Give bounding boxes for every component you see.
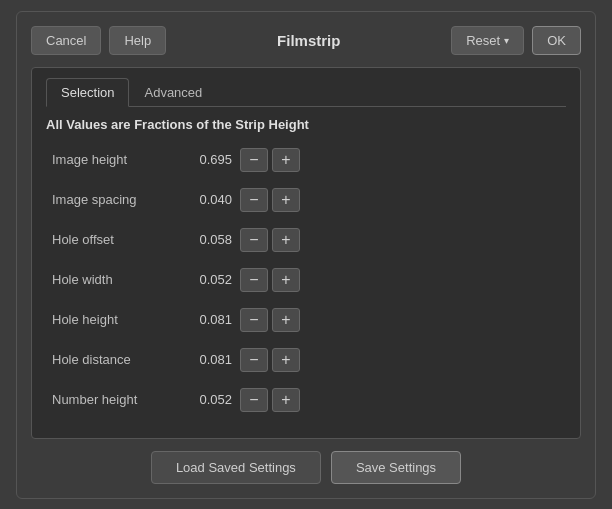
image-height-decrement[interactable]: − bbox=[240, 148, 268, 172]
field-row-hole-distance: Hole distance 0.081 − + bbox=[46, 344, 566, 376]
load-settings-button[interactable]: Load Saved Settings bbox=[151, 451, 321, 484]
panel-subtitle: All Values are Fractions of the Strip He… bbox=[46, 117, 566, 132]
image-height-value: 0.695 bbox=[172, 152, 232, 167]
image-spacing-decrement[interactable]: − bbox=[240, 188, 268, 212]
hole-distance-label: Hole distance bbox=[52, 352, 172, 367]
hole-height-increment[interactable]: + bbox=[272, 308, 300, 332]
number-height-stepper: − + bbox=[240, 388, 300, 412]
toolbar-left: Cancel Help bbox=[31, 26, 166, 55]
hole-distance-increment[interactable]: + bbox=[272, 348, 300, 372]
hole-offset-decrement[interactable]: − bbox=[240, 228, 268, 252]
filmstrip-dialog: Cancel Help Filmstrip Reset ▾ OK Selecti… bbox=[16, 11, 596, 499]
hole-offset-stepper: − + bbox=[240, 228, 300, 252]
hole-width-increment[interactable]: + bbox=[272, 268, 300, 292]
hole-height-label: Hole height bbox=[52, 312, 172, 327]
settings-panel: Selection Advanced All Values are Fracti… bbox=[31, 67, 581, 439]
tab-selection[interactable]: Selection bbox=[46, 78, 129, 107]
tab-bar: Selection Advanced bbox=[46, 78, 566, 107]
image-spacing-value: 0.040 bbox=[172, 192, 232, 207]
field-row-number-height: Number height 0.052 − + bbox=[46, 384, 566, 416]
toolbar-right: Reset ▾ OK bbox=[451, 26, 581, 55]
image-spacing-label: Image spacing bbox=[52, 192, 172, 207]
image-height-label: Image height bbox=[52, 152, 172, 167]
image-height-stepper: − + bbox=[240, 148, 300, 172]
chevron-down-icon: ▾ bbox=[504, 35, 509, 46]
hole-height-value: 0.081 bbox=[172, 312, 232, 327]
hole-offset-value: 0.058 bbox=[172, 232, 232, 247]
reset-button[interactable]: Reset ▾ bbox=[451, 26, 524, 55]
hole-width-label: Hole width bbox=[52, 272, 172, 287]
help-button[interactable]: Help bbox=[109, 26, 166, 55]
field-row-image-spacing: Image spacing 0.040 − + bbox=[46, 184, 566, 216]
hole-distance-decrement[interactable]: − bbox=[240, 348, 268, 372]
hole-height-stepper: − + bbox=[240, 308, 300, 332]
image-spacing-stepper: − + bbox=[240, 188, 300, 212]
hole-height-decrement[interactable]: − bbox=[240, 308, 268, 332]
hole-width-decrement[interactable]: − bbox=[240, 268, 268, 292]
image-spacing-increment[interactable]: + bbox=[272, 188, 300, 212]
hole-width-stepper: − + bbox=[240, 268, 300, 292]
hole-width-value: 0.052 bbox=[172, 272, 232, 287]
field-row-image-height: Image height 0.695 − + bbox=[46, 144, 566, 176]
field-row-hole-width: Hole width 0.052 − + bbox=[46, 264, 566, 296]
cancel-button[interactable]: Cancel bbox=[31, 26, 101, 55]
reset-label: Reset bbox=[466, 33, 500, 48]
hole-offset-label: Hole offset bbox=[52, 232, 172, 247]
image-height-increment[interactable]: + bbox=[272, 148, 300, 172]
save-settings-button[interactable]: Save Settings bbox=[331, 451, 461, 484]
field-row-hole-offset: Hole offset 0.058 − + bbox=[46, 224, 566, 256]
number-height-value: 0.052 bbox=[172, 392, 232, 407]
field-row-hole-height: Hole height 0.081 − + bbox=[46, 304, 566, 336]
hole-offset-increment[interactable]: + bbox=[272, 228, 300, 252]
toolbar: Cancel Help Filmstrip Reset ▾ OK bbox=[31, 26, 581, 55]
dialog-title: Filmstrip bbox=[174, 32, 443, 49]
number-height-increment[interactable]: + bbox=[272, 388, 300, 412]
hole-distance-value: 0.081 bbox=[172, 352, 232, 367]
tab-advanced[interactable]: Advanced bbox=[129, 78, 217, 107]
ok-button[interactable]: OK bbox=[532, 26, 581, 55]
number-height-decrement[interactable]: − bbox=[240, 388, 268, 412]
hole-distance-stepper: − + bbox=[240, 348, 300, 372]
footer: Load Saved Settings Save Settings bbox=[31, 451, 581, 484]
number-height-label: Number height bbox=[52, 392, 172, 407]
